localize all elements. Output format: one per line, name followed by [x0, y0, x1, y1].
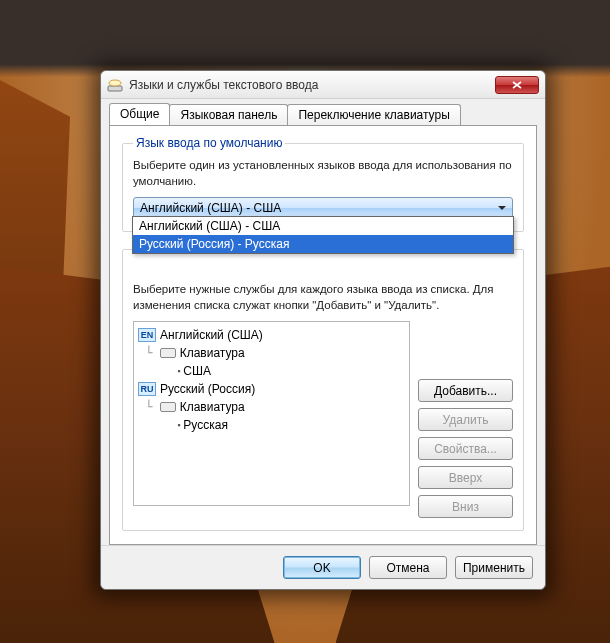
tree-lang-en[interactable]: EN Английский (США) — [138, 326, 405, 344]
tab-general[interactable]: Общие — [109, 103, 170, 125]
tab-area: Общие Языковая панель Переключение клави… — [101, 99, 545, 545]
tree-layout-en-label: США — [183, 364, 211, 378]
add-button[interactable]: Добавить... — [418, 379, 513, 402]
lang-badge-ru: RU — [138, 382, 156, 396]
move-up-button[interactable]: Вверх — [418, 466, 513, 489]
cancel-button[interactable]: Отмена — [369, 556, 447, 579]
tree-lang-en-label: Английский (США) — [160, 328, 263, 342]
tree-layout-ru-label: Русская — [183, 418, 228, 432]
window-title: Языки и службы текстового ввода — [129, 78, 495, 92]
tree-lang-ru[interactable]: RU Русский (Россия) — [138, 380, 405, 398]
app-icon — [107, 77, 123, 93]
default-language-legend: Язык ввода по умолчанию — [133, 136, 285, 150]
installed-services-group: Установленные службы Выберите нужные слу… — [122, 242, 524, 531]
titlebar[interactable]: Языки и службы текстового ввода — [101, 71, 545, 99]
service-buttons: Добавить... Удалить Свойства... Вверх Вн… — [418, 379, 513, 518]
bullet-icon: ▪ — [177, 420, 180, 430]
apply-button[interactable]: Применить — [455, 556, 533, 579]
tab-keyboard-switch[interactable]: Переключение клавиатуры — [287, 104, 460, 126]
keyboard-icon — [160, 402, 176, 412]
close-button[interactable] — [495, 76, 539, 94]
tree-layout-en[interactable]: ▪ США — [138, 362, 405, 380]
tab-language-panel[interactable]: Языковая панель — [169, 104, 288, 126]
svg-rect-0 — [108, 86, 122, 91]
close-icon — [512, 81, 522, 89]
tree-layout-ru[interactable]: ▪ Русская — [138, 416, 405, 434]
dropdown-option-ru[interactable]: Русский (Россия) - Русская — [133, 235, 513, 253]
tree-kb-ru[interactable]: └ Клавиатура — [138, 398, 405, 416]
tree-lang-ru-label: Русский (Россия) — [160, 382, 255, 396]
dialog-window: Языки и службы текстового ввода Общие Яз… — [100, 70, 546, 590]
default-language-instruction: Выберите один из установленных языков вв… — [133, 158, 513, 189]
services-instruction: Выберите нужные службы для каждого языка… — [133, 282, 513, 313]
tree-kb-ru-label: Клавиатура — [180, 400, 245, 414]
lang-badge-en: EN — [138, 328, 156, 342]
tab-strip: Общие Языковая панель Переключение клави… — [109, 103, 537, 125]
services-tree[interactable]: EN Английский (США) └ Клавиатура ▪ США — [133, 321, 410, 506]
tree-kb-en[interactable]: └ Клавиатура — [138, 344, 405, 362]
combo-value: Английский (США) - США — [140, 201, 281, 215]
properties-button[interactable]: Свойства... — [418, 437, 513, 460]
tree-kb-en-label: Клавиатура — [180, 346, 245, 360]
remove-button[interactable]: Удалить — [418, 408, 513, 431]
move-down-button[interactable]: Вниз — [418, 495, 513, 518]
dialog-footer: OK Отмена Применить — [101, 545, 545, 589]
ok-button[interactable]: OK — [283, 556, 361, 579]
svg-point-1 — [109, 80, 121, 86]
default-language-dropdown[interactable]: Английский (США) - США Русский (Россия) … — [132, 216, 514, 254]
dropdown-option-en[interactable]: Английский (США) - США — [133, 217, 513, 235]
tab-panel-general: Язык ввода по умолчанию Выберите один из… — [109, 125, 537, 545]
bullet-icon: ▪ — [177, 366, 180, 376]
keyboard-icon — [160, 348, 176, 358]
